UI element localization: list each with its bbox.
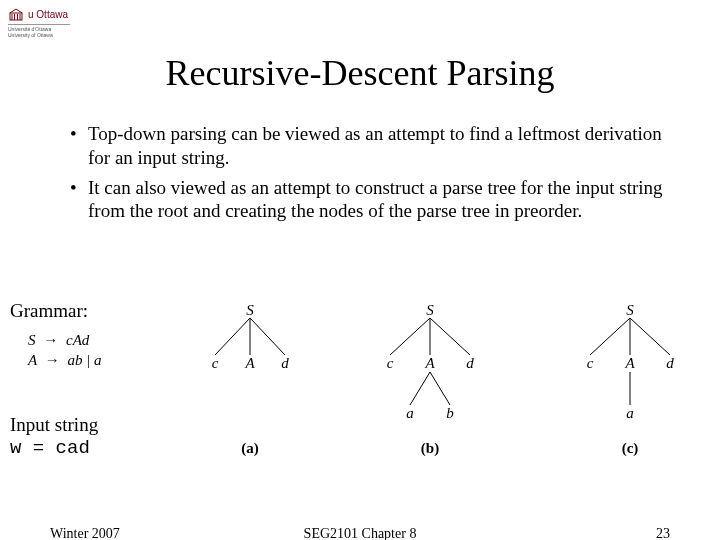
grammar-rules: S → cAd A → ab | a xyxy=(28,330,102,371)
footer-page-number: 23 xyxy=(656,526,670,540)
svg-line-11 xyxy=(410,372,430,405)
tree-caption: (b) xyxy=(421,440,439,457)
tree-node: A xyxy=(244,355,255,371)
parse-tree-a: S c A d (a) xyxy=(190,300,310,460)
tree-node: a xyxy=(626,405,634,421)
university-logo: u Ottawa Université d'Ottawa University … xyxy=(8,6,70,38)
input-string-block: Input string w = cad xyxy=(10,414,98,460)
tree-node: S xyxy=(626,302,634,318)
tree-node: a xyxy=(406,405,414,421)
grammar-label: Grammar: xyxy=(10,300,88,322)
arrow-icon: → xyxy=(39,332,62,348)
svg-line-13 xyxy=(590,318,630,355)
tree-node: c xyxy=(387,355,394,371)
svg-line-10 xyxy=(430,318,470,355)
tree-node: b xyxy=(446,405,454,421)
logo-text: u Ottawa xyxy=(28,9,68,20)
tree-node: c xyxy=(212,355,219,371)
svg-line-15 xyxy=(630,318,670,355)
rhs: cAd xyxy=(66,332,89,348)
logo-subtext-2: University of Ottawa xyxy=(8,33,70,39)
tree-node: S xyxy=(426,302,434,318)
svg-line-7 xyxy=(250,318,285,355)
parse-tree-c: S c A d a (c) xyxy=(560,300,700,460)
bullet-list: Top-down parsing can be viewed as an att… xyxy=(70,122,670,223)
tree-node: A xyxy=(424,355,435,371)
input-string-label: Input string xyxy=(10,414,98,437)
footer-course: SEG2101 Chapter 8 xyxy=(0,526,720,540)
svg-line-5 xyxy=(215,318,250,355)
tree-node: c xyxy=(587,355,594,371)
parse-tree-b: S c A d a b (b) xyxy=(360,300,500,460)
tree-caption: (c) xyxy=(622,440,639,457)
tree-node: A xyxy=(624,355,635,371)
building-icon xyxy=(8,6,24,22)
logo-divider xyxy=(8,24,70,25)
nonterminal: A xyxy=(28,352,37,368)
tree-node: d xyxy=(666,355,674,371)
rhs: ab | a xyxy=(67,352,101,368)
grammar-rule-2: A → ab | a xyxy=(28,350,102,370)
slide-title: Recursive-Descent Parsing xyxy=(0,52,720,94)
nonterminal: S xyxy=(28,332,36,348)
grammar-rule-1: S → cAd xyxy=(28,330,102,350)
tree-node: d xyxy=(281,355,289,371)
svg-line-12 xyxy=(430,372,450,405)
bullet-item: It can also viewed as an attempt to cons… xyxy=(70,176,670,224)
arrow-icon: → xyxy=(41,352,64,368)
svg-line-8 xyxy=(390,318,430,355)
tree-caption: (a) xyxy=(241,440,259,457)
tree-node: S xyxy=(246,302,254,318)
bullet-item: Top-down parsing can be viewed as an att… xyxy=(70,122,670,170)
footer-course-text: SEG2101 Chapter 8 xyxy=(304,526,417,540)
parse-trees-figure: S c A d (a) S c A d a b (b) S c A d a (c… xyxy=(190,300,710,470)
tree-node: d xyxy=(466,355,474,371)
input-string-value: w = cad xyxy=(10,437,98,460)
